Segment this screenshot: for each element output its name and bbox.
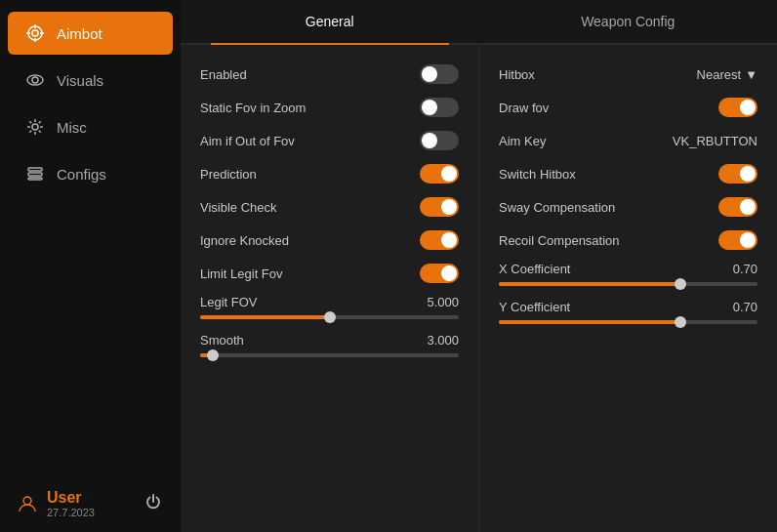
sidebar: Aimbot Visuals Misc Config bbox=[0, 0, 181, 532]
limit-legit-fov-label: Limit Legit Fov bbox=[200, 266, 283, 281]
svg-rect-10 bbox=[28, 173, 42, 176]
visuals-icon bbox=[25, 70, 45, 90]
hitbox-label: Hitbox bbox=[499, 67, 535, 82]
row-aim-key: Aim Key VK_RBUTTON bbox=[499, 125, 757, 156]
sway-compensation-label: Sway Compensation bbox=[499, 200, 615, 215]
main-content: General Weapon Config Enabled Static Fov… bbox=[181, 0, 777, 532]
smooth-value: 3.000 bbox=[427, 333, 459, 348]
user-date: 27.7.2023 bbox=[47, 507, 95, 518]
y-coefficient-track[interactable] bbox=[499, 320, 757, 324]
x-coefficient-fill bbox=[499, 282, 680, 286]
sidebar-item-configs[interactable]: Configs bbox=[8, 152, 173, 195]
row-limit-legit-fov: Limit Legit Fov bbox=[200, 258, 459, 289]
svg-point-7 bbox=[32, 77, 38, 83]
row-prediction: Prediction bbox=[200, 158, 459, 189]
x-coefficient-track[interactable] bbox=[499, 282, 757, 286]
hitbox-value: Nearest bbox=[697, 67, 742, 82]
left-panel: Enabled Static Fov in Zoom Aim if Out of… bbox=[181, 45, 479, 532]
static-fov-label: Static Fov in Zoom bbox=[200, 101, 306, 115]
tabs: General Weapon Config bbox=[181, 0, 777, 45]
legit-fov-fill bbox=[200, 315, 330, 319]
aim-key-label: Aim Key bbox=[499, 134, 546, 148]
legit-fov-row-top: Legit FOV 5.000 bbox=[200, 295, 459, 309]
x-coefficient-row-top: X Coefficient 0.70 bbox=[499, 262, 757, 276]
y-coefficient-fill bbox=[499, 320, 680, 324]
ignore-knocked-toggle[interactable] bbox=[420, 230, 459, 250]
legit-fov-track[interactable] bbox=[200, 315, 459, 319]
smooth-thumb[interactable] bbox=[207, 349, 219, 361]
smooth-row-top: Smooth 3.000 bbox=[200, 333, 459, 348]
x-coefficient-slider-row: X Coefficient 0.70 bbox=[499, 258, 757, 290]
sidebar-item-misc[interactable]: Misc bbox=[8, 105, 173, 148]
smooth-track[interactable] bbox=[200, 353, 459, 357]
user-name: User bbox=[47, 489, 95, 507]
row-static-fov: Static Fov in Zoom bbox=[200, 92, 459, 123]
visible-check-label: Visible Check bbox=[200, 200, 277, 215]
recoil-compensation-label: Recoil Compensation bbox=[499, 233, 620, 248]
tab-weapon-config[interactable]: Weapon Config bbox=[479, 0, 778, 43]
row-hitbox: Hitbox Nearest ▼ bbox=[499, 59, 757, 90]
hitbox-dropdown[interactable]: Nearest ▼ bbox=[697, 67, 757, 82]
svg-point-0 bbox=[28, 26, 42, 40]
panels: Enabled Static Fov in Zoom Aim if Out of… bbox=[181, 45, 777, 532]
aim-key-value: VK_RBUTTON bbox=[673, 134, 757, 148]
draw-fov-label: Draw fov bbox=[499, 101, 549, 115]
y-coefficient-label: Y Coefficient bbox=[499, 300, 570, 314]
power-button[interactable] bbox=[143, 492, 163, 515]
svg-point-12 bbox=[23, 497, 31, 505]
switch-hitbox-toggle[interactable] bbox=[718, 164, 757, 184]
x-coefficient-value: 0.70 bbox=[733, 262, 757, 276]
row-switch-hitbox: Switch Hitbox bbox=[499, 158, 757, 189]
aim-out-fov-label: Aim if Out of Fov bbox=[200, 134, 295, 148]
limit-legit-fov-toggle[interactable] bbox=[420, 264, 459, 283]
row-visible-check: Visible Check bbox=[200, 191, 459, 223]
smooth-label: Smooth bbox=[200, 333, 244, 348]
y-coefficient-thumb[interactable] bbox=[675, 316, 686, 328]
row-ignore-knocked: Ignore Knocked bbox=[200, 225, 459, 256]
legit-fov-thumb[interactable] bbox=[324, 311, 336, 323]
y-coefficient-row-top: Y Coefficient 0.70 bbox=[499, 300, 757, 314]
chevron-down-icon: ▼ bbox=[745, 67, 757, 82]
user-avatar-icon bbox=[18, 494, 37, 513]
visible-check-toggle[interactable] bbox=[420, 197, 459, 217]
draw-fov-toggle[interactable] bbox=[718, 98, 757, 117]
sidebar-item-label: Visuals bbox=[57, 72, 103, 89]
row-sway-compensation: Sway Compensation bbox=[499, 191, 757, 223]
aim-out-fov-toggle[interactable] bbox=[420, 131, 459, 150]
ignore-knocked-label: Ignore Knocked bbox=[200, 233, 289, 248]
prediction-toggle[interactable] bbox=[420, 164, 459, 184]
legit-fov-slider-row: Legit FOV 5.000 bbox=[200, 291, 459, 323]
legit-fov-label: Legit FOV bbox=[200, 295, 258, 309]
svg-point-1 bbox=[32, 30, 38, 36]
misc-icon bbox=[25, 117, 45, 137]
switch-hitbox-label: Switch Hitbox bbox=[499, 167, 576, 182]
svg-point-8 bbox=[32, 124, 38, 130]
aimbot-icon bbox=[25, 23, 45, 43]
right-panel: Hitbox Nearest ▼ Draw fov Aim Key VK_RBU… bbox=[479, 45, 777, 532]
configs-icon bbox=[25, 164, 45, 184]
enabled-toggle[interactable] bbox=[420, 64, 459, 84]
y-coefficient-value: 0.70 bbox=[733, 300, 757, 314]
row-aim-out-fov: Aim if Out of Fov bbox=[200, 125, 459, 156]
sidebar-bottom: User 27.7.2023 bbox=[0, 475, 181, 532]
row-draw-fov: Draw fov bbox=[499, 92, 757, 123]
y-coefficient-slider-row: Y Coefficient 0.70 bbox=[499, 296, 757, 328]
user-info: User 27.7.2023 bbox=[47, 489, 95, 518]
sidebar-item-aimbot[interactable]: Aimbot bbox=[8, 12, 173, 55]
row-recoil-compensation: Recoil Compensation bbox=[499, 225, 757, 256]
x-coefficient-thumb[interactable] bbox=[675, 278, 686, 290]
sidebar-item-label: Configs bbox=[57, 166, 106, 183]
sidebar-item-label: Aimbot bbox=[57, 25, 102, 42]
sidebar-item-visuals[interactable]: Visuals bbox=[8, 59, 173, 102]
x-coefficient-label: X Coefficient bbox=[499, 262, 570, 276]
svg-rect-9 bbox=[28, 168, 42, 171]
prediction-label: Prediction bbox=[200, 167, 257, 182]
svg-rect-11 bbox=[28, 178, 42, 180]
legit-fov-value: 5.000 bbox=[427, 295, 459, 309]
sway-compensation-toggle[interactable] bbox=[718, 197, 757, 217]
static-fov-toggle[interactable] bbox=[420, 98, 459, 117]
recoil-compensation-toggle[interactable] bbox=[718, 230, 757, 250]
enabled-label: Enabled bbox=[200, 67, 247, 82]
tab-general[interactable]: General bbox=[181, 0, 479, 43]
row-enabled: Enabled bbox=[200, 59, 459, 90]
